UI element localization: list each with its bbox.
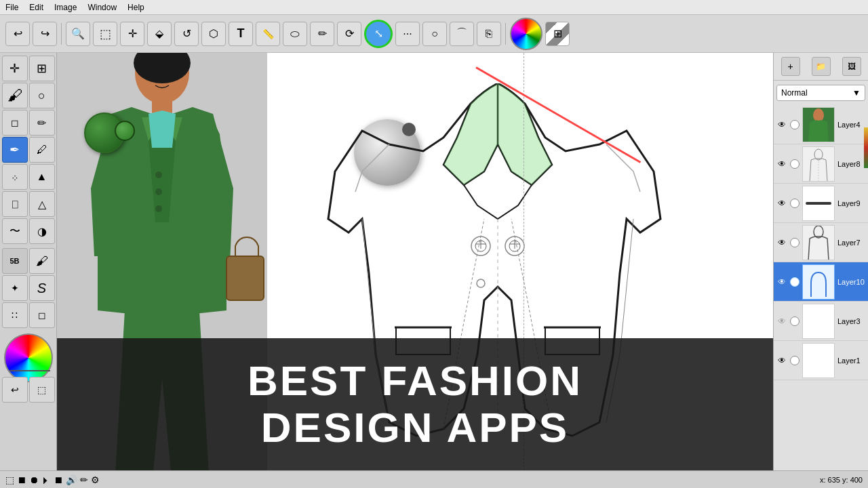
layer-item-active[interactable]: 👁 Layer10 (774, 262, 868, 302)
warp-tool[interactable]: ⬭ (283, 22, 307, 46)
layer-name: Layer8 (837, 160, 865, 168)
dots-tool[interactable]: ··· (395, 22, 420, 46)
tb-grid[interactable]: ⊞ (29, 56, 55, 81)
banner-text: BEST FASHION DESIGN APPS (248, 358, 583, 450)
separator (61, 23, 62, 45)
svg-rect-28 (803, 225, 834, 260)
menubar: File Edit Image Window Help (0, 0, 868, 15)
rotate-tool[interactable]: ↺ (174, 22, 199, 46)
layer-visibility-eye[interactable]: 👁 (776, 355, 787, 366)
blend-mode-value: Normal (781, 88, 808, 98)
panel-header: + 📁 🖼 (774, 53, 868, 81)
layer-radio[interactable] (790, 199, 800, 208)
tb-spray[interactable]: ·:· (2, 164, 28, 190)
measure-tool[interactable]: 📏 (256, 22, 280, 46)
layer-thumbnail (802, 107, 835, 142)
statusbar-nav[interactable]: ⬚ ⏹ ⏺ ⏵ ⏹ 🔊 ✏ ⚙ (5, 474, 100, 485)
ellipse-select-tool[interactable]: ○ (422, 22, 447, 46)
redo-button[interactable]: ↪ (33, 22, 57, 46)
move-selection-tool[interactable]: ✛ (120, 22, 144, 46)
tb-undo-sm[interactable]: ↩ (2, 377, 28, 403)
canvas-area: BEST FASHION DESIGN APPS (57, 53, 773, 470)
menu-help[interactable]: Help (127, 3, 144, 12)
menu-image[interactable]: Image (54, 3, 77, 12)
layer-visibility-eye[interactable]: 👁 (776, 198, 787, 209)
lasso-tool[interactable]: ⌒ (450, 22, 474, 46)
folder-button[interactable]: 📁 (812, 57, 831, 76)
tb-brush2[interactable]: 🖌 (29, 248, 55, 274)
menu-file[interactable]: File (5, 3, 18, 12)
layer-radio[interactable] (790, 356, 800, 365)
layer-name: Layer9 (837, 199, 865, 207)
color-grid-tool[interactable]: ⊞ (545, 22, 570, 46)
layer-thumbnail (802, 264, 835, 300)
layer-thumbnail (802, 304, 835, 339)
tb-airbrush[interactable]: ✦ (2, 275, 28, 301)
tb-curve[interactable]: S (29, 275, 55, 301)
layer-item[interactable]: 👁 Layer4 (774, 105, 868, 144)
tb-5b-label: 5B (2, 248, 28, 274)
layer-visibility-eye[interactable]: 👁 (776, 316, 787, 327)
tb-dodge[interactable]: ◑ (29, 218, 55, 244)
tb-pen-active[interactable]: ✒ (2, 137, 28, 163)
select-rect-tool[interactable]: ⬚ (93, 22, 117, 46)
menu-edit[interactable]: Edit (29, 3, 43, 12)
layer-visibility-eye[interactable]: 👁 (776, 237, 787, 248)
tb-particle[interactable]: ∷ (2, 302, 28, 328)
tb-ink[interactable]: 🖊 (29, 137, 55, 163)
layer-radio[interactable] (790, 120, 800, 129)
svg-point-24 (813, 108, 824, 122)
tb-smear[interactable]: 〜 (2, 218, 28, 244)
layer-item[interactable]: 👁 Layer1 (774, 341, 868, 380)
tb-clone[interactable]: ⎕ (2, 191, 28, 217)
3d-rotate-tool[interactable]: ⟳ (337, 22, 361, 46)
layer-radio[interactable] (790, 317, 800, 326)
undo-button[interactable]: ↩ (5, 22, 30, 46)
stamp-tool[interactable]: ⎘ (477, 22, 501, 46)
transform-tool[interactable]: ⬙ (147, 22, 172, 46)
tb-move[interactable]: ✛ (2, 56, 28, 81)
layer-visibility-eye[interactable]: 👁 (776, 159, 787, 169)
statusbar: ⬚ ⏹ ⏺ ⏵ ⏹ 🔊 ✏ ⚙ x: 635 y: 400 (0, 470, 868, 488)
promotional-banner: BEST FASHION DESIGN APPS (57, 338, 773, 470)
tb-brush[interactable]: 🖌 (2, 83, 28, 108)
layer-thumbnail (802, 225, 835, 260)
tb-eraser[interactable]: ◻ (2, 110, 28, 136)
cylinder-tool[interactable]: ⬡ (201, 22, 226, 46)
layer-name: Layer4 (837, 121, 865, 129)
tb-eraser2[interactable]: ◻ (29, 302, 55, 328)
tb-pencil[interactable]: ✏ (29, 110, 55, 136)
layer-visibility-eye[interactable]: 👁 (776, 277, 787, 287)
layer-item[interactable]: 👁 Layer9 (774, 184, 868, 223)
tb-fill[interactable]: ▲ (29, 164, 55, 190)
color-wheel-widget[interactable] (4, 333, 53, 382)
svg-point-7 (168, 75, 172, 79)
pen-tool-tb[interactable]: ✏ (310, 22, 334, 46)
statusbar-coords: x: 635 y: 400 (820, 476, 863, 484)
svg-point-3 (155, 171, 162, 178)
layer-thumbnail (802, 186, 835, 221)
menu-window[interactable]: Window (87, 3, 117, 12)
tb-shapes[interactable]: ⬚ (29, 377, 55, 403)
layer-visibility-eye[interactable]: 👁 (776, 119, 787, 130)
image-button[interactable]: 🖼 (842, 57, 861, 76)
layer-radio[interactable] (790, 238, 800, 247)
toolbox: ✛ ⊞ 🖌 ○ ◻ ✏ ✒ 🖊 ·:· ▲ ⎕ △ 〜 ◑ 5B 🖌 ✦ S ∷… (0, 53, 57, 470)
tb-ellipse[interactable]: ○ (29, 83, 55, 108)
color-wheel-tool[interactable] (510, 18, 542, 50)
zoom-tool[interactable]: 🔍 (66, 22, 90, 46)
svg-rect-30 (803, 264, 834, 300)
add-layer-button[interactable]: + (781, 57, 800, 76)
layer-item[interactable]: 👁 Layer8 (774, 144, 868, 184)
svg-point-4 (155, 188, 162, 195)
tb-blur[interactable]: △ (29, 191, 55, 217)
layers-panel: + 📁 🖼 Normal ▼ 👁 Layer4 👁 (773, 53, 868, 470)
bottom-nav-line (9, 370, 50, 371)
warp2-tool[interactable]: ⤡ (364, 20, 393, 48)
text-tool[interactable]: T (229, 22, 253, 46)
layer-item[interactable]: 👁 Layer3 (774, 302, 868, 341)
layer-radio[interactable] (790, 277, 800, 287)
layer-radio[interactable] (790, 159, 800, 169)
layer-item[interactable]: 👁 Layer7 (774, 223, 868, 262)
blend-mode-selector[interactable]: Normal ▼ (776, 85, 865, 101)
